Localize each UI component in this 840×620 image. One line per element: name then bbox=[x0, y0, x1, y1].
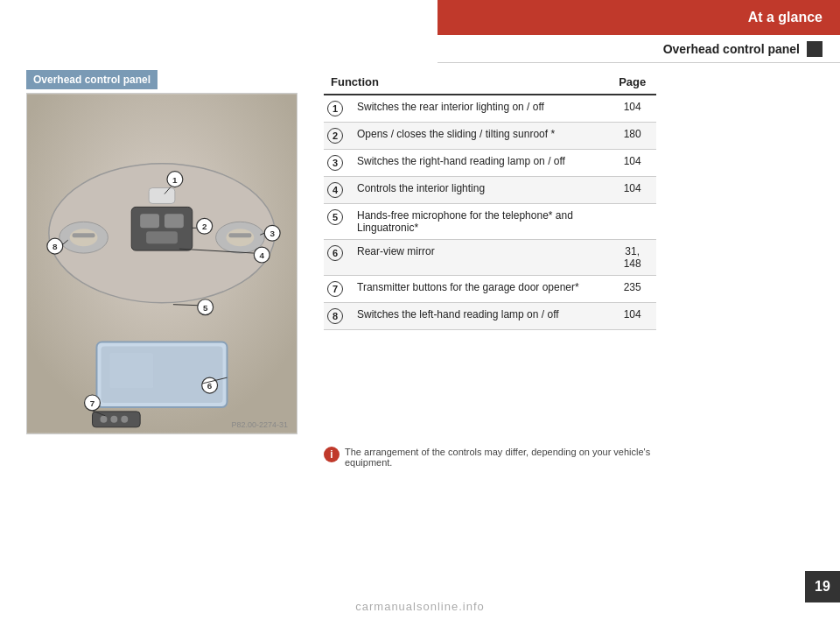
svg-rect-5 bbox=[146, 231, 178, 243]
svg-point-19 bbox=[100, 416, 107, 423]
svg-rect-17 bbox=[109, 353, 153, 388]
circle-number: 4 bbox=[327, 182, 343, 198]
row-page-cell: 104 bbox=[608, 177, 656, 204]
note-text: The arrangement of the controls may diff… bbox=[345, 447, 656, 468]
row-number-cell: 2 bbox=[324, 123, 350, 150]
col-page-header: Page bbox=[608, 70, 656, 95]
table-row: 7Transmitter buttons for the garage door… bbox=[324, 276, 656, 303]
function-table: Function Page 1Switches the rear interio… bbox=[324, 70, 656, 330]
svg-rect-3 bbox=[140, 214, 159, 228]
panel-illustration: 1 2 3 4 5 6 7 bbox=[26, 93, 298, 434]
page-number: 19 bbox=[805, 571, 840, 602]
svg-text:5: 5 bbox=[203, 303, 208, 313]
circle-number: 3 bbox=[327, 155, 343, 171]
svg-text:2: 2 bbox=[202, 222, 207, 231]
svg-rect-2 bbox=[131, 207, 192, 250]
row-number-cell: 1 bbox=[324, 95, 350, 123]
row-number-cell: 7 bbox=[324, 276, 350, 303]
row-page-cell: 104 bbox=[608, 303, 656, 330]
table-row: 6Rear-view mirror31, 148 bbox=[324, 240, 656, 276]
svg-rect-4 bbox=[164, 214, 184, 228]
image-label: Overhead control panel bbox=[26, 70, 158, 89]
sub-header-block bbox=[807, 41, 822, 57]
row-number-cell: 8 bbox=[324, 303, 350, 330]
row-number-cell: 5 bbox=[324, 204, 350, 240]
left-panel: Overhead control panel bbox=[26, 70, 306, 438]
row-function-cell: Rear-view mirror bbox=[350, 240, 608, 276]
info-note: i The arrangement of the controls may di… bbox=[324, 447, 656, 468]
row-page-cell: 180 bbox=[608, 123, 656, 150]
row-number-cell: 4 bbox=[324, 177, 350, 204]
table-row: 2Opens / closes the sliding / tilting su… bbox=[324, 123, 656, 150]
circle-number: 7 bbox=[327, 281, 343, 297]
watermark: carmanualsonline.info bbox=[355, 600, 484, 613]
table-row: 1Switches the rear interior lighting on … bbox=[324, 95, 656, 123]
svg-point-20 bbox=[110, 416, 117, 423]
row-page-cell bbox=[608, 204, 656, 240]
table-row: 3Switches the right-hand reading lamp on… bbox=[324, 150, 656, 177]
row-function-cell: Switches the left-hand reading lamp on /… bbox=[350, 303, 608, 330]
table-row: 5Hands-free microphone for the telephone… bbox=[324, 204, 656, 240]
circle-number: 1 bbox=[327, 101, 343, 116]
svg-point-21 bbox=[121, 416, 128, 423]
col-function-header: Function bbox=[324, 70, 608, 95]
header-title: At a glance bbox=[748, 10, 822, 25]
photo-ref: P82.00-2274-31 bbox=[231, 420, 288, 429]
svg-rect-8 bbox=[73, 233, 95, 237]
row-page-cell: 235 bbox=[608, 276, 656, 303]
header-bar: At a glance bbox=[438, 0, 840, 35]
circle-number: 2 bbox=[327, 128, 343, 144]
svg-text:3: 3 bbox=[270, 229, 275, 238]
row-function-cell: Hands-free microphone for the telephone*… bbox=[350, 204, 608, 240]
row-function-cell: Switches the right-hand reading lamp on … bbox=[350, 150, 608, 177]
row-page-cell: 31, 148 bbox=[608, 240, 656, 276]
row-number-cell: 3 bbox=[324, 150, 350, 177]
circle-number: 5 bbox=[327, 209, 343, 225]
table-row: 8Switches the left-hand reading lamp on … bbox=[324, 303, 656, 330]
row-function-cell: Controls the interior lighting bbox=[350, 177, 608, 204]
svg-text:1: 1 bbox=[172, 175, 178, 185]
svg-rect-12 bbox=[149, 188, 175, 204]
table-row: 4Controls the interior lighting104 bbox=[324, 177, 656, 204]
circle-number: 8 bbox=[327, 308, 343, 324]
info-icon: i bbox=[324, 447, 340, 462]
row-function-cell: Switches the rear interior lighting on /… bbox=[350, 95, 608, 123]
row-page-cell: 104 bbox=[608, 95, 656, 123]
row-function-cell: Opens / closes the sliding / tilting sun… bbox=[350, 123, 608, 150]
row-number-cell: 6 bbox=[324, 240, 350, 276]
svg-text:4: 4 bbox=[259, 250, 264, 260]
svg-rect-11 bbox=[229, 233, 252, 237]
circle-number: 6 bbox=[327, 245, 343, 261]
sub-header-title: Overhead control panel bbox=[663, 42, 800, 56]
row-page-cell: 104 bbox=[608, 150, 656, 177]
sub-header: Overhead control panel bbox=[438, 35, 840, 63]
row-function-cell: Transmitter buttons for the garage door … bbox=[350, 276, 608, 303]
svg-text:8: 8 bbox=[52, 242, 58, 251]
right-panel: Function Page 1Switches the rear interio… bbox=[324, 70, 656, 330]
svg-text:7: 7 bbox=[90, 398, 95, 408]
overhead-panel-diagram: 1 2 3 4 5 6 7 bbox=[27, 94, 297, 433]
